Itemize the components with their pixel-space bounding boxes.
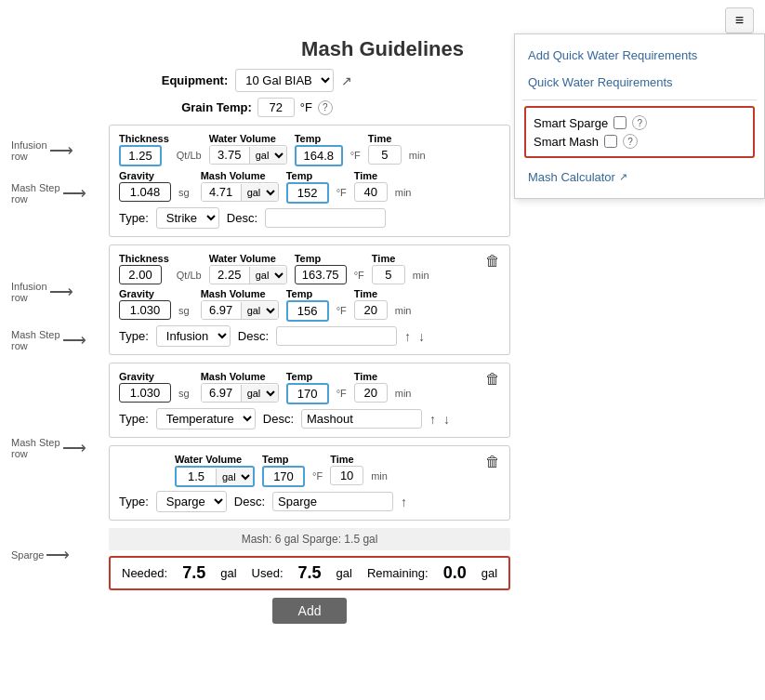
equipment-label: Equipment:	[162, 73, 229, 87]
delete-icon-4[interactable]: 🗑	[485, 454, 500, 469]
grain-temp-label: Grain Temp:	[181, 100, 252, 114]
desc-input-4[interactable]	[272, 492, 393, 511]
water-vol-input-1[interactable]	[210, 146, 249, 164]
temp1-input-1[interactable]	[295, 145, 343, 166]
thickness-input-2[interactable]	[119, 265, 162, 284]
desc-input-3[interactable]	[301, 409, 422, 429]
smart-sparge-help-icon[interactable]: ?	[632, 115, 647, 130]
annotation-mash-step-row-3: Mash Steprow ⟶	[11, 437, 86, 459]
temp2-input-1[interactable]	[286, 182, 329, 204]
gravity-input-2[interactable]	[119, 300, 171, 320]
water-vol-input-2[interactable]	[210, 266, 249, 284]
temp1-label-1: Temp	[295, 133, 343, 144]
remaining-unit: gal	[481, 566, 497, 580]
time1-input-1[interactable]	[368, 145, 402, 165]
type-select-3[interactable]: Temperature	[156, 408, 256, 429]
temp-label-3: Temp	[286, 371, 329, 382]
temp-input-3[interactable]	[286, 383, 329, 404]
type-select-2[interactable]: Infusion	[156, 325, 231, 347]
up-icon-4[interactable]: ↑	[401, 495, 407, 509]
step-block-2: Thickness Qt/Lb Water Volume gal Temp	[109, 244, 510, 355]
smart-sparge-label: Smart Sparge	[534, 116, 608, 130]
equipment-select[interactable]: 10 Gal BIAB	[235, 69, 334, 92]
time-unit-3: min	[395, 388, 412, 399]
time-label-4: Time	[330, 454, 363, 465]
time1-unit-1: min	[409, 150, 426, 161]
mash-vol-input-3[interactable]	[202, 384, 241, 402]
time2-input-2[interactable]	[354, 300, 388, 320]
down-icon-2[interactable]: ↓	[418, 329, 425, 344]
step-block-4: Water Volume gal Temp °F Time	[109, 445, 510, 521]
temp1-input-2[interactable]	[295, 265, 347, 284]
type-label-1: Type:	[119, 211, 149, 225]
time2-unit-1: min	[395, 187, 412, 198]
mash-vol-input-2[interactable]	[202, 301, 241, 319]
smart-sparge-checkbox[interactable]	[613, 116, 627, 129]
annotation-infusion-row-1: Infusionrow ⟶	[11, 139, 73, 162]
dropdown-item-quick-water-add[interactable]: Add Quick Water Requirements	[515, 42, 764, 69]
gravity-label-2: Gravity	[119, 288, 171, 299]
desc-label-2: Desc:	[238, 329, 269, 343]
grain-temp-help-icon[interactable]: ?	[318, 100, 333, 115]
dropdown-menu: Add Quick Water Requirements Quick Water…	[514, 33, 765, 199]
thickness-unit-2: Qt/Lb	[177, 270, 202, 281]
time-input-4[interactable]	[330, 466, 363, 485]
water-vol-input-4[interactable]	[177, 468, 216, 485]
desc-label-1: Desc:	[227, 211, 257, 225]
time-unit-4: min	[371, 470, 388, 482]
water-vol-unit-2[interactable]: gal	[249, 267, 286, 284]
down-icon-3[interactable]: ↓	[443, 412, 450, 427]
dropdown-item-quick-water-req[interactable]: Quick Water Requirements	[515, 69, 764, 96]
smart-mash-checkbox[interactable]	[604, 135, 617, 148]
type-select-4[interactable]: Sparge	[156, 491, 227, 512]
time1-label-1: Time	[368, 133, 402, 144]
equipment-external-icon[interactable]: ↗	[341, 73, 352, 88]
gravity-input-1[interactable]	[119, 182, 171, 202]
grain-temp-input[interactable]	[257, 98, 295, 117]
water-vol-unit-1[interactable]: gal	[249, 147, 286, 164]
grain-temp-unit: °F	[300, 100, 312, 114]
time2-input-1[interactable]	[354, 182, 388, 202]
add-button[interactable]: Add	[272, 598, 348, 624]
temp-input-4[interactable]	[262, 466, 305, 487]
temp-unit-3: °F	[336, 388, 347, 399]
mash-calculator-row[interactable]: Mash Calculator ↗	[515, 164, 764, 191]
desc-input-1[interactable]	[265, 208, 386, 228]
mash-vol-unit-2[interactable]: gal	[241, 302, 278, 319]
mash-vol-label-3: Mash Volume	[201, 371, 279, 382]
gravity-unit-2: sg	[178, 305, 190, 316]
delete-icon-2[interactable]: 🗑	[485, 253, 500, 270]
gravity-label-1: Gravity	[119, 170, 171, 181]
temp2-input-2[interactable]	[286, 300, 329, 322]
water-vol-unit-4[interactable]: gal	[216, 469, 253, 485]
time-input-3[interactable]	[354, 383, 388, 403]
menu-button[interactable]: ≡	[725, 7, 754, 33]
gravity-input-3[interactable]	[119, 383, 171, 403]
mash-vol-input-1[interactable]	[202, 183, 241, 201]
smart-mash-help-icon[interactable]: ?	[623, 134, 638, 149]
step-block-3: Gravity sg Mash Volume gal Temp	[109, 363, 510, 438]
up-icon-3[interactable]: ↑	[429, 412, 436, 427]
temp2-unit-2: °F	[336, 305, 347, 316]
mash-vol-label-1: Mash Volume	[201, 170, 279, 181]
desc-input-2[interactable]	[276, 326, 397, 346]
thickness-input-1[interactable]	[119, 145, 162, 166]
time1-unit-2: min	[413, 270, 429, 281]
remaining-value: 0.0	[443, 563, 467, 583]
temp-unit-4: °F	[312, 470, 323, 482]
up-icon-2[interactable]: ↑	[404, 329, 411, 344]
temp-label-4: Temp	[262, 454, 305, 465]
type-label-2: Type:	[119, 329, 149, 343]
time-label-3: Time	[354, 371, 388, 382]
delete-icon-3[interactable]: 🗑	[485, 371, 500, 387]
step-block-1: Thickness Qt/Lb Water Volume gal Temp	[109, 125, 510, 237]
annotation-mash-step-row-1: Mash Steprow ⟶	[11, 182, 86, 205]
type-select-1[interactable]: Strike	[156, 207, 219, 229]
used-label: Used:	[252, 566, 284, 580]
used-unit: gal	[336, 566, 352, 580]
temp2-label-2: Temp	[286, 288, 329, 299]
mash-vol-unit-1[interactable]: gal	[241, 184, 278, 201]
mash-vol-unit-3[interactable]: gal	[241, 385, 278, 402]
mash-vol-label-2: Mash Volume	[201, 288, 279, 299]
time1-input-2[interactable]	[372, 265, 405, 284]
